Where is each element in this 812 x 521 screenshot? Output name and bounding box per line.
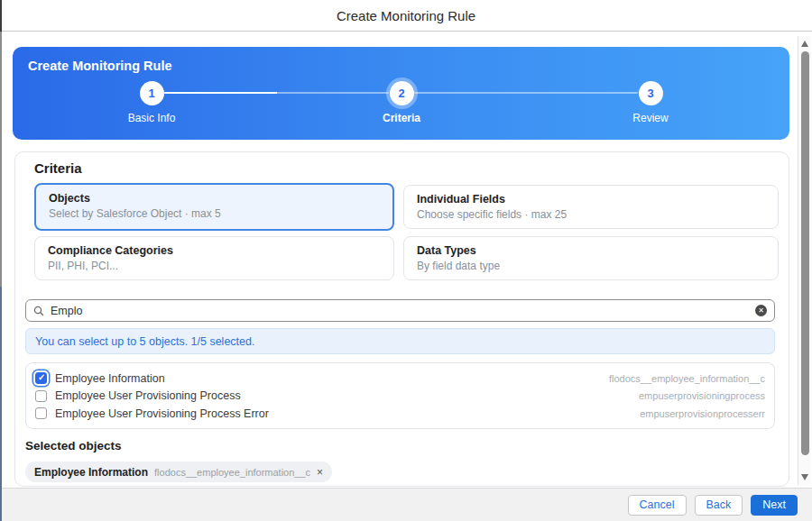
object-label: Employee Information	[55, 372, 165, 385]
vertical-scrollbar[interactable]	[798, 36, 811, 485]
criteria-card-datatypes-title: Data Types	[417, 244, 765, 257]
search-icon	[33, 306, 44, 316]
clear-search-icon[interactable]: ✕	[755, 305, 767, 316]
object-api-name: empuserprovisioningprocess	[639, 390, 765, 401]
criteria-card-objects-title: Objects	[49, 192, 380, 205]
criteria-card-datatypes-subtitle: By field data type	[417, 260, 765, 272]
checkbox-employee-information[interactable]	[35, 372, 47, 384]
step-3-circle[interactable]: 3	[639, 81, 663, 105]
object-api-name: flodocs__employee_information__c	[609, 373, 765, 384]
object-row-employee-information[interactable]: Employee Information flodocs__employee_i…	[35, 370, 765, 387]
dialog-title: Create Monitoring Rule	[337, 8, 475, 23]
step-2-circle[interactable]: 2	[390, 81, 414, 105]
cancel-button[interactable]: Cancel	[628, 495, 687, 516]
step-3-label: Review	[632, 112, 668, 124]
object-search-input[interactable]	[44, 300, 755, 321]
selection-info-banner: You can select up to 5 objects. 1/5 sele…	[25, 328, 775, 354]
criteria-card-compliance-subtitle: PII, PHI, PCI...	[48, 260, 381, 272]
criteria-card-compliance-categories[interactable]: Compliance Categories PII, PHI, PCI...	[34, 236, 394, 280]
dialog-footer: Cancel Back Next	[0, 488, 812, 521]
step-1-label: Basic Info	[128, 112, 176, 124]
criteria-card-objects-subtitle: Select by Salesforce Object · max 5	[49, 207, 380, 220]
object-label: Employee User Provisioning Process Error	[55, 407, 269, 420]
back-button[interactable]: Back	[695, 495, 743, 516]
wizard-banner: Create Monitoring Rule 1 2 3 Basic Info …	[13, 47, 789, 140]
scrollbar-down-arrow-icon[interactable]	[801, 474, 808, 480]
selection-info-text: You can select up to 5 objects. 1/5 sele…	[35, 335, 254, 348]
stepper-connector-2-3	[414, 92, 638, 94]
object-row-emp-user-provisioning-process-error[interactable]: Employee User Provisioning Process Error…	[35, 405, 765, 422]
object-list: Employee Information flodocs__employee_i…	[25, 362, 775, 429]
scrollbar-thumb[interactable]	[801, 51, 809, 455]
checkbox-emp-user-provisioning-process-error[interactable]	[35, 407, 47, 419]
selected-object-chip: Employee Information flodocs__employee_i…	[25, 462, 332, 482]
background-page-edge	[0, 0, 2, 521]
object-row-emp-user-provisioning-process[interactable]: Employee User Provisioning Process empus…	[35, 388, 765, 405]
object-label: Employee User Provisioning Process	[55, 389, 241, 402]
criteria-card-objects[interactable]: Objects Select by Salesforce Object · ma…	[34, 183, 394, 231]
criteria-card-individual-fields[interactable]: Individual Fields Choose specific fields…	[403, 185, 779, 229]
stepper-connector-1-2	[164, 92, 389, 94]
criteria-heading: Criteria	[34, 160, 82, 176]
wizard-banner-title: Create Monitoring Rule	[28, 59, 172, 73]
chip-remove-icon[interactable]: ×	[317, 467, 323, 478]
object-search-box: ✕	[25, 299, 775, 322]
criteria-card-fields-subtitle: Choose specific fields · max 25	[417, 208, 765, 221]
checkbox-emp-user-provisioning-process[interactable]	[35, 390, 47, 402]
criteria-card-compliance-title: Compliance Categories	[48, 244, 381, 257]
next-button[interactable]: Next	[751, 495, 798, 516]
criteria-card-data-types[interactable]: Data Types By field data type	[403, 236, 779, 280]
selected-objects-heading: Selected objects	[25, 439, 122, 452]
chip-api-name: flodocs__employee_information__c	[154, 467, 310, 478]
dialog-titlebar: Create Monitoring Rule	[0, 0, 812, 32]
object-api-name: empuserprovisionprocesserr	[640, 408, 765, 419]
step-2-label: Criteria	[383, 112, 420, 124]
step-1-circle[interactable]: 1	[140, 81, 164, 105]
chip-label: Employee Information	[34, 466, 148, 479]
criteria-card-fields-title: Individual Fields	[417, 193, 765, 206]
scrollbar-up-arrow-icon[interactable]	[801, 41, 808, 47]
